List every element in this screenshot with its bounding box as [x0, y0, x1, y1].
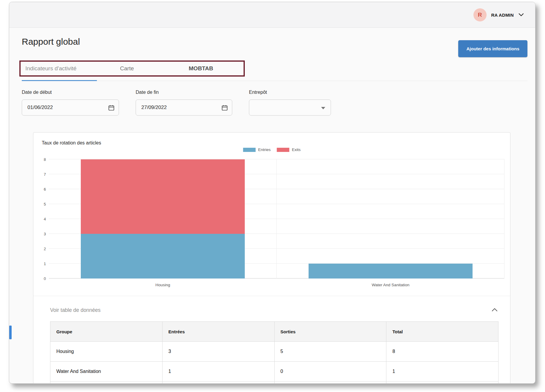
start-date-label: Date de début: [22, 90, 119, 95]
table-cell: 0: [274, 362, 386, 382]
chart-title: Taux de rotation des articles: [42, 140, 101, 146]
end-date-value: 27/09/2022: [141, 105, 167, 111]
legend-item-entries[interactable]: Entries: [243, 147, 271, 152]
chart-legend: EntriesExits: [243, 147, 301, 152]
table-cell: 1: [162, 362, 274, 382]
y-tick-label: 0: [35, 276, 46, 281]
table-cell: 5: [274, 342, 386, 362]
tabs-highlight-box: Indicateurs d'activité Carte MOBTAB: [19, 60, 245, 77]
warehouse-filter: Entrepôt: [249, 90, 331, 116]
x-tick-label: Water And Sanitation: [372, 283, 409, 287]
table-header-cell: Sorties: [274, 322, 386, 342]
data-table: GroupeEntréesSortiesTotal Housing358Wate…: [50, 321, 498, 384]
table-cell: 1: [386, 362, 498, 382]
card-divider: [33, 296, 510, 296]
data-table-body: Housing358Water And Sanitation101: [50, 342, 498, 384]
table-header-cell: Entrées: [162, 322, 274, 342]
dropdown-arrow-icon[interactable]: [321, 107, 325, 109]
start-date-filter: Date de début 01/06/2022: [22, 90, 119, 116]
calendar-icon[interactable]: [108, 105, 114, 112]
end-date-input[interactable]: 27/09/2022: [136, 99, 232, 116]
start-date-value: 01/06/2022: [27, 105, 53, 111]
legend-swatch: [277, 148, 289, 152]
end-date-filter: Date de fin 27/09/2022: [136, 90, 232, 116]
user-name: RA ADMIN: [491, 13, 514, 18]
tabs-underline: [22, 81, 527, 81]
warehouse-label: Entrepôt: [249, 90, 331, 95]
chart-plot: 012345678HousingWater And Sanitation: [49, 159, 504, 279]
legend-label: Exits: [292, 147, 301, 152]
user-menu[interactable]: R RA ADMIN: [473, 8, 524, 21]
bar-segment-entries[interactable]: [81, 234, 245, 279]
data-table-toggle-label: Voir table de données: [50, 307, 100, 313]
table-header-cell: Total: [386, 322, 498, 342]
calendar-icon[interactable]: [222, 105, 228, 112]
y-tick-label: 8: [35, 157, 46, 162]
table-cell: 8: [386, 342, 498, 362]
table-row: Housing358: [50, 342, 498, 362]
table-cell: 3: [162, 342, 274, 362]
table-row: Water And Sanitation101: [50, 362, 498, 382]
tab-mobtab[interactable]: MOBTAB: [189, 65, 213, 72]
y-tick-label: 5: [35, 202, 46, 206]
table-cell: [274, 382, 386, 384]
table-cell: [386, 382, 498, 384]
x-tick-label: Housing: [155, 283, 170, 287]
warehouse-select[interactable]: [249, 99, 331, 116]
y-tick-label: 1: [35, 262, 46, 266]
table-cell: [162, 382, 274, 384]
add-information-button[interactable]: Ajouter des informations: [458, 40, 527, 57]
data-table-head: GroupeEntréesSortiesTotal: [50, 322, 498, 342]
y-tick-label: 7: [35, 172, 46, 177]
top-bar: R RA ADMIN: [9, 2, 535, 28]
tab-carte[interactable]: Carte: [120, 65, 134, 72]
bar-segment-entries[interactable]: [309, 264, 473, 279]
scroll-indicator[interactable]: [9, 326, 12, 339]
y-tick-label: 6: [35, 187, 46, 192]
table-cell: Water And Sanitation: [50, 362, 162, 382]
page-title: Rapport global: [22, 37, 80, 47]
bar-housing[interactable]: [81, 159, 245, 279]
table-cell: Housing: [50, 342, 162, 362]
legend-label: Entries: [258, 147, 271, 152]
active-tab-indicator: [22, 80, 97, 81]
bar-segment-exits[interactable]: [81, 159, 245, 234]
data-table-header-row: GroupeEntréesSortiesTotal: [50, 322, 498, 342]
tab-indicateurs-activite[interactable]: Indicateurs d'activité: [25, 65, 77, 72]
app-window: R RA ADMIN Rapport global Ajouter des in…: [9, 2, 535, 384]
chevron-down-icon[interactable]: [518, 13, 524, 17]
legend-swatch: [243, 148, 256, 152]
bar-water-and-sanitation[interactable]: [309, 159, 473, 279]
chart-card: Taux de rotation des articles EntriesExi…: [33, 132, 510, 384]
start-date-input[interactable]: 01/06/2022: [22, 99, 119, 116]
chevron-up-icon[interactable]: [492, 307, 498, 313]
y-tick-label: 4: [35, 217, 46, 221]
end-date-label: Date de fin: [136, 90, 232, 95]
vertical-gridline: [276, 159, 277, 279]
y-tick-label: 3: [35, 232, 46, 236]
table-header-cell: Groupe: [50, 322, 162, 342]
y-tick-label: 2: [35, 247, 46, 251]
avatar[interactable]: R: [473, 8, 487, 21]
data-table-toggle[interactable]: Voir table de données: [50, 304, 498, 317]
vertical-gridline: [504, 159, 504, 279]
table-cell: [50, 382, 162, 384]
legend-item-exits[interactable]: Exits: [277, 147, 301, 152]
table-row: [50, 382, 498, 384]
